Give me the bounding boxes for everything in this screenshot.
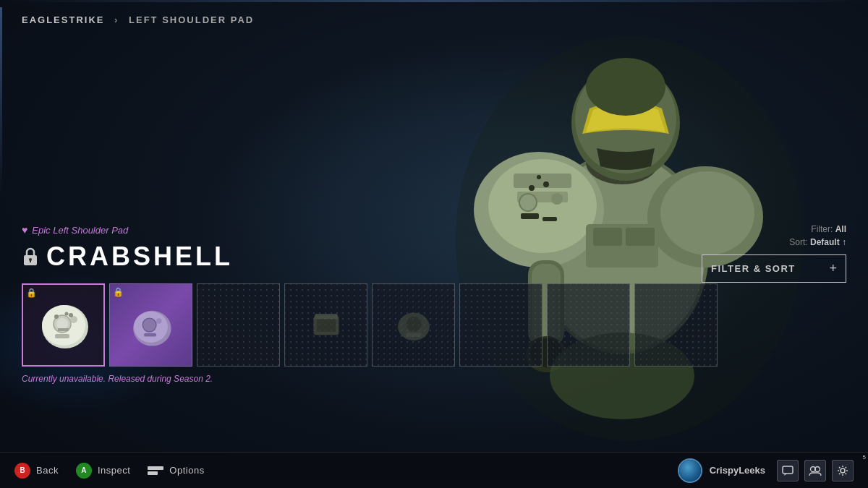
grid-item-7-dots [548, 284, 629, 366]
filter-sort-plus-icon: + [829, 261, 837, 276]
left-panel: ♥ Epic Left Shoulder Pad CRABSHELL 🔒 [22, 224, 644, 384]
sort-row: Sort: Default ↑ [702, 237, 846, 247]
svg-point-35 [56, 318, 68, 330]
filter-sort-labels: Filter: All Sort: Default ↑ [702, 224, 846, 247]
grid-item-7[interactable] [547, 283, 630, 367]
bottom-bar: B Back A Inspect Options CrispyLeeks [0, 452, 868, 488]
bottom-controls: B Back A Inspect Options [14, 463, 205, 479]
grid-item-4[interactable] [284, 283, 367, 367]
breadcrumb-parent: EAGLESTRIKE [22, 14, 104, 25]
svg-point-46 [156, 318, 162, 324]
svg-rect-37 [55, 334, 69, 338]
a-button[interactable]: A [76, 463, 92, 479]
filter-value: All [835, 224, 846, 234]
breadcrumb: EAGLESTRIKE › LEFT SHOULDER PAD [22, 14, 254, 25]
grid-item-6-dots [460, 284, 542, 366]
grid-item-2-lock: 🔒 [113, 287, 123, 299]
inspect-label: Inspect [98, 465, 130, 476]
b-button[interactable]: B [14, 463, 30, 479]
svg-point-38 [54, 314, 59, 319]
user-avatar-inner [679, 460, 701, 481]
svg-rect-52 [406, 333, 421, 336]
svg-rect-41 [58, 328, 69, 331]
grid-item-6[interactable] [459, 283, 542, 367]
user-avatar [678, 458, 702, 483]
filter-sort-button[interactable]: FILTER & SORT + [702, 254, 846, 283]
grid-item-8-dots [635, 284, 717, 366]
breadcrumb-child: LEFT SHOULDER PAD [129, 14, 254, 25]
bottom-right: CrispyLeeks 5 [678, 458, 854, 483]
control-inspect: A Inspect [76, 463, 130, 479]
top-border [0, 0, 868, 2]
options-icon[interactable] [148, 463, 163, 479]
bottom-icons: 5 [777, 460, 854, 481]
heart-icon: ♥ [22, 224, 27, 236]
options-label: Options [169, 465, 204, 476]
chat-icon-button[interactable] [777, 460, 799, 481]
grid-item-1-lock: 🔒 [26, 288, 36, 299]
options-icon-line2 [148, 471, 157, 475]
item-name-row: CRABSHELL [22, 241, 644, 272]
grid-item-3[interactable] [197, 283, 280, 367]
sort-value: Default ↑ [810, 237, 846, 247]
breadcrumb-separator: › [114, 14, 119, 25]
svg-rect-48 [316, 319, 335, 332]
svg-point-51 [406, 316, 421, 331]
grid-item-1[interactable]: 🔒 [22, 283, 105, 367]
control-back: B Back [14, 463, 59, 479]
svg-point-56 [841, 468, 845, 473]
filter-sort-button-label: FILTER & SORT [711, 263, 796, 274]
svg-rect-49 [315, 314, 338, 319]
friends-icon-button[interactable]: 5 [804, 460, 826, 481]
filter-row: Filter: All [702, 224, 846, 234]
control-options: Options [148, 463, 204, 479]
username: CrispyLeeks [710, 465, 765, 476]
right-panel: Filter: All Sort: Default ↑ FILTER & SOR… [702, 224, 846, 283]
svg-rect-31 [30, 260, 31, 262]
lock-icon [22, 247, 39, 267]
filter-key: Filter: [811, 224, 833, 234]
options-icon-line1 [148, 466, 163, 470]
svg-point-44 [142, 318, 156, 332]
grid-item-3-dots [197, 284, 279, 366]
item-type-label: Epic Left Shoulder Pad [32, 225, 128, 236]
svg-point-39 [69, 313, 73, 317]
item-name: CRABSHELL [46, 241, 233, 272]
grid-item-5[interactable] [372, 283, 455, 367]
unavailable-text: Currently unavailable. Released during S… [22, 374, 644, 384]
grid-item-8[interactable] [634, 283, 718, 367]
sort-key: Sort: [789, 237, 807, 247]
side-line [0, 7, 2, 195]
settings-icon-button[interactable] [832, 460, 854, 481]
svg-rect-53 [783, 466, 793, 474]
back-label: Back [36, 465, 59, 476]
item-type-badge: ♥ Epic Left Shoulder Pad [22, 224, 644, 236]
grid-item-2[interactable]: 🔒 [109, 283, 192, 367]
svg-point-40 [64, 312, 68, 315]
item-grid: 🔒 🔒 [22, 283, 644, 367]
svg-rect-45 [144, 333, 156, 337]
